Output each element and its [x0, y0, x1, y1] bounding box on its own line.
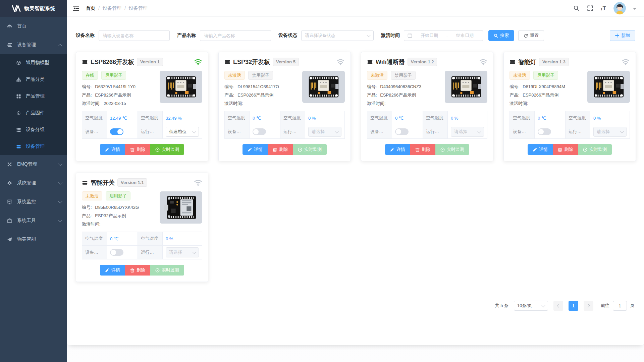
sidebar-item-wumei[interactable]: 物美智能 [0, 230, 67, 249]
monitor-button[interactable]: 实时监测 [293, 144, 327, 155]
activation-label: 激活时间: [82, 222, 101, 227]
trash-icon [273, 147, 277, 152]
prev-page-button[interactable] [553, 301, 563, 311]
delete-button[interactable]: 删除 [268, 144, 293, 155]
device-switch[interactable] [110, 128, 123, 135]
card-actions: 详情 删除 实时监测 [509, 144, 630, 155]
sidebar-item-label: 系统工具 [17, 218, 36, 224]
version-tag: Version 1 [137, 58, 163, 66]
delete-button[interactable]: 删除 [553, 144, 578, 155]
run-select[interactable]: 请选择 [308, 127, 341, 137]
switch-label-cell: 设备… [82, 125, 107, 139]
delete-button[interactable]: 删除 [410, 144, 435, 155]
serial-label: 编号: [509, 84, 520, 89]
detail-button[interactable]: 详情 [100, 144, 125, 155]
monitor-button[interactable]: 实时监测 [435, 144, 469, 155]
server-icon [224, 59, 230, 65]
sidebar-item-system-monitor[interactable]: 系统监控 [0, 192, 67, 211]
detail-button[interactable]: 详情 [528, 144, 553, 155]
device-switch[interactable] [395, 128, 409, 135]
run-select[interactable]: 低速档位 [166, 127, 199, 137]
device-title: 智能开关 [91, 179, 115, 187]
monitor-button[interactable]: 实时监测 [578, 144, 612, 155]
sidebar-item-device-management[interactable]: 设备管理 [0, 36, 67, 54]
chevron-down-icon [192, 250, 196, 254]
activation-value: 2022-03-15 [104, 101, 126, 106]
sidebar-item-product-firmware[interactable]: 产品固件 [0, 105, 67, 121]
gauge-icon [440, 147, 445, 152]
monitor-button[interactable]: 实时监测 [150, 144, 184, 155]
activation-date-range[interactable]: 开始日期 - 结束日期 [404, 30, 483, 41]
device-switch[interactable] [538, 128, 551, 135]
sidebar-item-system-tools[interactable]: 系统工具 [0, 211, 67, 230]
avatar[interactable] [613, 2, 626, 14]
goto-page-input[interactable] [613, 301, 627, 311]
sidebar-item-thing-model[interactable]: 通用物模型 [0, 54, 67, 71]
add-button-label: 新增 [621, 33, 630, 39]
product-line: 产品: ESP8266产品示例 [82, 91, 155, 99]
add-button[interactable]: 新增 [610, 30, 635, 41]
page-number-1[interactable]: 1 [569, 301, 578, 311]
device-name-label: 设备名称 [76, 33, 95, 39]
product-value: ESP8266产品示例 [237, 93, 273, 98]
status-tag: 未激活 [224, 71, 245, 80]
detail-button[interactable]: 详情 [385, 144, 410, 155]
font-size-icon[interactable] [601, 5, 606, 11]
fullscreen-icon[interactable] [587, 5, 593, 11]
server-icon [16, 144, 21, 149]
next-page-button[interactable] [584, 301, 593, 311]
monitor-button[interactable]: 实时监测 [150, 265, 184, 276]
detail-button[interactable]: 详情 [243, 144, 268, 155]
server-icon [509, 59, 516, 65]
sidebar-item-product-management[interactable]: 产品管理 [0, 88, 67, 105]
humidity-label-cell: 空气湿度 [423, 111, 448, 125]
trash-icon [415, 147, 420, 152]
sidebar-collapse-icon[interactable] [72, 5, 80, 12]
device-image [160, 191, 202, 224]
switch-cell [250, 125, 280, 139]
reset-button-label: 重置 [530, 33, 539, 39]
product-line: 产品: ESP32产品示例 [82, 212, 155, 220]
chevron-down-icon [367, 33, 370, 37]
sidebar-item-label: 设备分组 [26, 127, 45, 133]
sidebar-item-product-category[interactable]: 产品分类 [0, 71, 67, 88]
search-button[interactable]: 搜索 [488, 30, 514, 41]
sidebar-item-emq[interactable]: EMQ管理 [0, 155, 67, 174]
run-select[interactable]: 请选择 [593, 127, 627, 137]
end-date-placeholder: 结束日期 [450, 33, 479, 39]
calendar-icon [408, 33, 412, 38]
device-name-input[interactable] [99, 30, 170, 41]
humidity-label-cell: 空气湿度 [566, 111, 590, 125]
run-select[interactable]: 请选择 [166, 247, 199, 257]
device-title: Wifi通断器 [376, 58, 405, 66]
device-status-select[interactable]: 请选择设备状态 [301, 30, 374, 41]
serial-label: 编号: [82, 205, 92, 210]
search-icon[interactable] [573, 5, 580, 11]
delete-button[interactable]: 删除 [125, 144, 150, 155]
product-name-input[interactable] [200, 30, 271, 41]
firmware-icon [16, 111, 21, 116]
board-esp8266 [590, 73, 628, 101]
device-switch[interactable] [253, 128, 266, 135]
caret-down-icon[interactable] [633, 8, 636, 11]
device-switch[interactable] [110, 249, 123, 256]
page-size-select[interactable]: 10条/页 [514, 301, 548, 311]
reset-button[interactable]: 重置 [518, 30, 544, 41]
delete-button-label: 删除 [137, 146, 145, 153]
breadcrumb: 首页 / 设备管理 / 设备管理 [86, 5, 148, 11]
version-tag: Version 1.3 [539, 58, 569, 66]
device-card: 智能灯 Version 1.3 未激活 启用影子 编号: D819DLX904P… [503, 52, 636, 161]
sidebar-item-device-list-active[interactable]: 设备管理 [0, 138, 67, 155]
detail-button[interactable]: 详情 [100, 265, 125, 276]
breadcrumb-home[interactable]: 首页 [86, 5, 95, 11]
table-row: 设备… 运行… 低速档位 [82, 125, 202, 139]
sidebar-item-device-group[interactable]: 设备分组 [0, 121, 67, 138]
run-select[interactable]: 请选择 [451, 127, 484, 137]
temp-value-cell: 0 ℃ [535, 111, 566, 125]
sidebar-item-system-management[interactable]: 系统管理 [0, 174, 67, 192]
sidebar-item-home[interactable]: 首页 [0, 17, 67, 36]
wifi-icon [622, 59, 630, 65]
run-label-cell: 运行… [566, 125, 590, 139]
delete-button[interactable]: 删除 [125, 265, 150, 276]
switch-label-cell: 设备… [82, 246, 107, 259]
